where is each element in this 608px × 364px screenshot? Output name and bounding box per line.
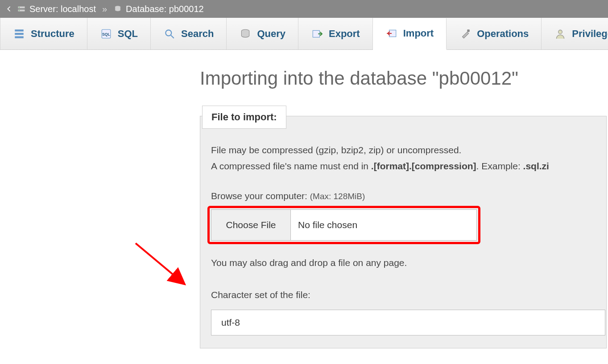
svg-point-3 <box>19 10 20 11</box>
breadcrumb-database[interactable]: Database: pb00012 <box>126 4 204 14</box>
svg-point-2 <box>19 7 20 8</box>
tab-label: Export <box>329 28 360 40</box>
charset-value: utf-8 <box>221 317 240 328</box>
main-content: Importing into the database "pb00012" Fi… <box>0 50 608 348</box>
import-panel: File to import: File may be compressed (… <box>200 116 607 348</box>
dragdrop-hint: You may also drag and drop a file on any… <box>211 256 596 270</box>
charset-select[interactable]: utf-8 <box>211 310 605 335</box>
hint-naming: A compressed file's name must end in .[f… <box>211 159 596 173</box>
database-icon <box>113 4 122 13</box>
annotation-arrow <box>132 240 194 295</box>
svg-text:SQL: SQL <box>102 32 111 37</box>
tab-label: Query <box>257 28 285 40</box>
svg-point-16 <box>558 30 563 34</box>
privileges-icon <box>554 28 567 40</box>
tab-label: Import <box>403 28 434 39</box>
search-icon <box>163 28 176 40</box>
svg-point-10 <box>165 30 171 36</box>
chevron-left-icon[interactable] <box>4 4 13 13</box>
file-input-wrap: Choose File No file chosen <box>211 209 477 241</box>
tab-privileges[interactable]: Privilege <box>542 18 608 49</box>
tab-import[interactable]: Import <box>373 18 447 50</box>
page-title: Importing into the database "pb00012" <box>200 68 608 89</box>
hint-compression: File may be compressed (gzip, bzip2, zip… <box>211 143 596 157</box>
tab-label: Structure <box>31 28 74 40</box>
server-icon <box>17 4 26 13</box>
choose-file-button[interactable]: Choose File <box>211 210 291 240</box>
operations-icon <box>459 28 472 40</box>
svg-rect-6 <box>15 33 24 34</box>
tab-operations[interactable]: Operations <box>447 18 542 49</box>
breadcrumb-server[interactable]: Server: localhost <box>29 4 96 14</box>
tab-export[interactable]: Export <box>298 18 373 49</box>
tab-search[interactable]: Search <box>151 18 227 49</box>
svg-rect-5 <box>15 29 24 31</box>
tab-label: Operations <box>477 28 529 40</box>
browse-label: Browse your computer: (Max: 128MiB) <box>211 191 596 201</box>
panel-legend: File to import: <box>202 106 286 129</box>
charset-label: Character set of the file: <box>211 288 596 302</box>
file-input[interactable]: Choose File No file chosen <box>211 209 477 241</box>
svg-rect-15 <box>467 29 469 32</box>
tab-label: Search <box>181 28 214 40</box>
tab-structure[interactable]: Structure <box>0 18 87 49</box>
svg-line-17 <box>136 243 185 284</box>
tab-label: Privilege <box>572 28 608 40</box>
breadcrumb: Server: localhost » Database: pb00012 <box>0 0 608 18</box>
tab-sql[interactable]: SQL SQL <box>87 18 151 49</box>
export-icon <box>311 28 323 40</box>
svg-rect-7 <box>15 36 24 38</box>
tab-query[interactable]: Query <box>227 18 298 49</box>
structure-icon <box>13 28 25 40</box>
svg-line-11 <box>171 35 174 38</box>
sql-icon: SQL <box>100 28 112 40</box>
tab-label: SQL <box>118 28 138 40</box>
tab-bar: Structure SQL SQL Search Query Export Im… <box>0 18 608 50</box>
import-icon <box>385 27 398 40</box>
breadcrumb-separator: » <box>102 4 107 14</box>
file-chosen-status: No file chosen <box>291 210 476 240</box>
query-icon <box>239 28 252 40</box>
